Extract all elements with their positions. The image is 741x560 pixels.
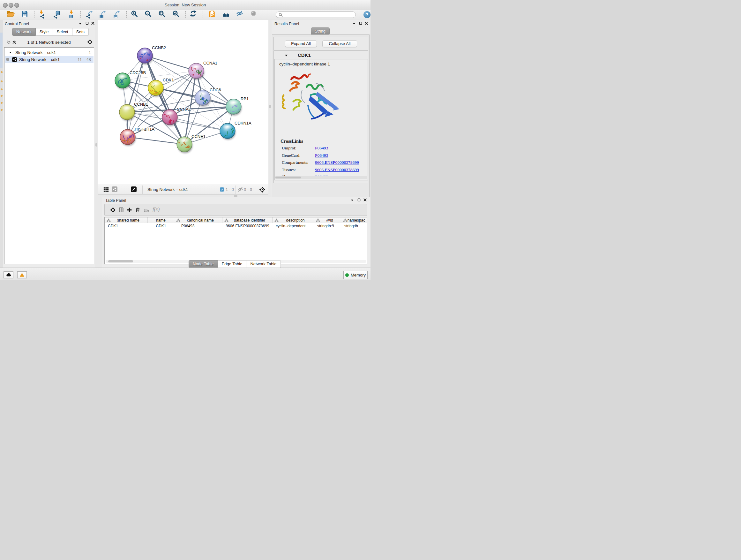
float-panel-icon[interactable]	[85, 21, 89, 25]
warnings-button[interactable]	[17, 271, 27, 278]
scrollbar-track[interactable]	[275, 176, 367, 179]
collapse-panel-icon[interactable]	[350, 198, 354, 202]
tab-string[interactable]: String	[311, 27, 330, 35]
help-button[interactable]: ?	[363, 11, 370, 18]
float-panel-icon[interactable]	[357, 198, 361, 202]
string-style-icon[interactable]	[112, 186, 118, 192]
table-toolbar: f(x)	[105, 204, 367, 216]
import-table-button[interactable]	[66, 10, 76, 19]
zoom-in-button[interactable]	[131, 10, 140, 19]
fit-crosshair-icon[interactable]	[259, 186, 266, 193]
collapse-panel-icon[interactable]	[352, 22, 356, 25]
homes-button[interactable]	[221, 10, 231, 19]
section-expander-icon[interactable]	[284, 54, 288, 57]
crosslink-row: GeneCard:P06493	[282, 153, 365, 158]
cloud-button[interactable]	[3, 271, 13, 278]
crosslink-value-link[interactable]: 9606.ENSP00000378699	[315, 160, 359, 165]
crosslink-value-link[interactable]: P06493	[315, 153, 328, 158]
selected-count: 1 - 0	[226, 187, 234, 192]
memory-button[interactable]: Memory	[343, 271, 367, 279]
table-panel: Table Panel f(x) shared namenamecanonica…	[102, 197, 370, 267]
network-edge[interactable]	[156, 88, 233, 107]
hide-selected-button[interactable]	[236, 10, 246, 19]
table-row[interactable]: CDK1CDK1P064939606.ENSP00000378699cyclin…	[105, 223, 367, 229]
tab-node-table[interactable]: Node Table	[189, 260, 218, 268]
zoom-fit-content-button[interactable]	[158, 10, 167, 19]
zoom-out-button[interactable]	[144, 10, 154, 19]
expand-all-button[interactable]: Expand All	[285, 40, 317, 47]
show-graphics-button[interactable]	[250, 10, 259, 19]
network-collection-row[interactable]: String Network – cdk1 1	[5, 49, 93, 56]
scrollbar-thumb[interactable]	[275, 177, 301, 179]
splitter-handle[interactable]	[269, 105, 271, 108]
function-builder-icon[interactable]: f(x)	[152, 206, 159, 212]
collapse-all-button[interactable]: Collapse All	[322, 40, 357, 47]
table-cell: CDK1	[105, 223, 148, 229]
network-options-gear-icon[interactable]	[87, 39, 92, 45]
refresh-view-button[interactable]	[190, 10, 199, 19]
network-node-cdkn1a[interactable]: CDKN1A	[220, 121, 252, 140]
network-edge[interactable]	[128, 137, 185, 144]
show-columns-icon[interactable]	[118, 207, 124, 212]
export-table-button[interactable]	[98, 10, 107, 19]
control-panel-title: Control Panel	[5, 22, 29, 26]
open-in-window-icon[interactable]	[131, 186, 137, 192]
delete-column-icon[interactable]	[135, 207, 140, 212]
tab-network[interactable]: Network	[12, 28, 36, 36]
node-label: CDC6	[210, 87, 221, 92]
node-count: 11	[77, 57, 82, 62]
crosslink-value-link[interactable]: 9606.ENSP00000378699	[315, 167, 359, 172]
selected-checkbox-icon[interactable]	[220, 187, 224, 192]
tab-edge-table[interactable]: Edge Table	[218, 260, 247, 268]
export-network-button[interactable]	[84, 10, 94, 19]
column-header-description[interactable]: description	[273, 217, 314, 223]
gene-description: cyclin–dependent kinase 1	[279, 62, 330, 66]
node-table: shared namenamecanonical namedatabase id…	[105, 217, 367, 264]
network-node-rb1[interactable]: RB1	[226, 97, 249, 119]
create-column-icon[interactable]	[127, 207, 132, 212]
save-session-button[interactable]	[21, 10, 30, 19]
close-panel-icon[interactable]	[91, 21, 95, 25]
column-header-@id[interactable]: @id	[314, 217, 341, 223]
export-image-button[interactable]	[112, 10, 121, 19]
column-header-shared-name[interactable]: shared name	[105, 217, 148, 223]
hscrollbar-thumb[interactable]	[108, 260, 133, 262]
close-panel-icon[interactable]	[363, 198, 367, 202]
tab-network-table[interactable]: Network Table	[246, 260, 280, 268]
splitter-handle[interactable]	[95, 143, 97, 146]
crosslink-value-link[interactable]: P06493	[315, 145, 328, 151]
collapse-panel-icon[interactable]	[78, 22, 82, 25]
tab-style[interactable]: Style	[36, 28, 53, 36]
column-header-database-identifier[interactable]: database identifier	[222, 217, 273, 223]
float-panel-icon[interactable]	[359, 21, 362, 25]
search-input[interactable]	[276, 11, 356, 18]
open-session-button[interactable]	[6, 10, 16, 19]
publish-document-button[interactable]	[207, 10, 217, 19]
network-node-cdk1[interactable]: CDK1	[147, 78, 174, 98]
close-panel-icon[interactable]	[364, 21, 368, 25]
crosslink-row: Uniprot:P06493	[282, 145, 365, 151]
tab-sets[interactable]: Sets	[72, 28, 89, 36]
import-network-from-database-button[interactable]	[52, 10, 62, 19]
network-row-selected[interactable]: String Network – cdk1 11 48	[5, 56, 93, 63]
import-network-button[interactable]	[38, 10, 47, 19]
column-header-namespac[interactable]: namespac	[341, 217, 367, 223]
toolbar-separator	[126, 11, 127, 18]
table-settings-gear-icon[interactable]	[110, 207, 116, 212]
birdseye-grid-icon[interactable]	[104, 187, 109, 192]
network-selected-summary: 1 of 1 Network selected	[3, 40, 95, 45]
network-node-hist1h1a[interactable]: HIST1H1A	[120, 127, 154, 146]
delete-table-icon[interactable]	[144, 208, 150, 212]
network-node-ccnb2[interactable]: CCNB2	[134, 45, 166, 65]
network-canvas[interactable]: CCNB2CCNA1CDC25BCDK1CDC6RB1CCNB1CCNA2CDK…	[98, 20, 268, 184]
import-network-icon	[38, 10, 47, 19]
zoom-selected-button[interactable]	[172, 10, 182, 19]
network-node-cdc25b[interactable]: CDC25B	[112, 70, 146, 90]
title-bar: Session: New Session	[0, 0, 370, 10]
column-header-canonical-name[interactable]: canonical name	[174, 217, 222, 223]
tab-select[interactable]: Select	[53, 28, 72, 36]
crosslinks-title: CrossLinks	[280, 138, 303, 144]
tree-expander-icon[interactable]	[9, 51, 12, 54]
column-header-name[interactable]: name	[148, 217, 174, 223]
network-node-ccna1[interactable]: CCNA1	[189, 61, 217, 83]
